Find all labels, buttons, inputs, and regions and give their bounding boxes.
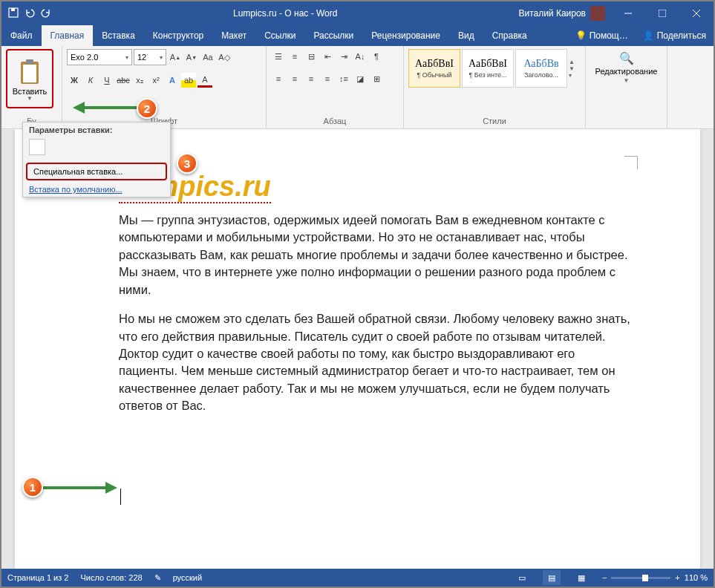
strike-icon[interactable]: abc [116, 73, 131, 88]
share-button[interactable]: 👤Поделиться [636, 25, 714, 46]
style-no-spacing[interactable]: АаБбВвІ ¶ Без инте... [462, 49, 514, 88]
grow-font-icon[interactable]: A▲ [168, 50, 183, 65]
justify-icon[interactable]: ≡ [320, 71, 335, 86]
multilevel-icon[interactable]: ⊟ [304, 49, 319, 64]
maximize-button[interactable] [645, 1, 679, 25]
status-words[interactable]: Число слов: 228 [80, 573, 142, 582]
callout-1: 1 [22, 477, 43, 497]
zoom-out[interactable]: − [602, 573, 607, 582]
minimize-button[interactable] [611, 1, 645, 25]
tab-insert[interactable]: Вставка [93, 25, 144, 46]
avatar [590, 6, 605, 21]
paste-button[interactable]: Вставить ▼ [6, 49, 53, 108]
group-styles: АаБбВвІ ¶ Обычный АаБбВвІ ¶ Без инте... … [404, 46, 586, 128]
text-effects-icon[interactable]: A [165, 73, 180, 88]
style-normal[interactable]: АаБбВвІ ¶ Обычный [408, 49, 460, 88]
tab-mailings[interactable]: Рассылки [304, 25, 362, 46]
zoom-in[interactable]: + [675, 573, 679, 582]
group-label-paragraph: Абзац [271, 115, 399, 127]
save-icon[interactable] [7, 7, 19, 21]
tab-view[interactable]: Вид [449, 25, 483, 46]
font-color-icon[interactable]: A [197, 73, 212, 88]
change-case-icon[interactable]: Aa [200, 50, 215, 65]
status-language[interactable]: русский [173, 573, 202, 582]
paste-keep-source-icon[interactable] [29, 139, 45, 155]
borders-icon[interactable]: ⊞ [369, 71, 384, 86]
tab-file[interactable]: Файл [1, 25, 42, 46]
group-clipboard: Вставить ▼ Бу [1, 46, 62, 128]
arrow-2 [73, 99, 138, 117]
user-area[interactable]: Виталий Каиров [512, 6, 611, 21]
group-label-styles: Стили [408, 115, 581, 127]
svg-rect-7 [23, 65, 36, 82]
text-cursor [120, 489, 121, 505]
align-center-icon[interactable]: ≡ [287, 71, 302, 86]
user-name: Виталий Каиров [518, 8, 586, 19]
undo-icon[interactable] [24, 7, 36, 21]
tab-help[interactable]: Справка [483, 25, 536, 46]
editing-label[interactable]: Редактирование [595, 67, 658, 76]
sort-icon[interactable]: A↓ [353, 49, 368, 64]
view-web-icon[interactable]: ▦ [572, 570, 590, 585]
paste-options-menu: Параметры вставки: Специальная вставка..… [22, 122, 171, 197]
clear-format-icon[interactable]: A◇ [217, 50, 232, 65]
italic-icon[interactable]: К [83, 73, 98, 88]
dec-indent-icon[interactable]: ⇤ [320, 49, 335, 64]
tab-references[interactable]: Ссылки [255, 25, 304, 46]
doc-heading: Lumpics.ru [119, 171, 633, 203]
svg-rect-3 [659, 10, 666, 17]
clipboard-icon [19, 59, 41, 85]
font-name-combo[interactable]: Exo 2.0▾ [67, 49, 132, 65]
find-icon[interactable]: 🔍 [619, 50, 634, 65]
callout-2: 2 [137, 98, 157, 119]
align-right-icon[interactable]: ≡ [304, 71, 319, 86]
arrow-1 [43, 480, 117, 497]
ribbon-tabs: Файл Главная Вставка Конструктор Макет С… [1, 25, 714, 46]
svg-rect-1 [11, 8, 15, 11]
font-size-combo[interactable]: 12▾ [134, 49, 166, 65]
paste-special-item[interactable]: Специальная вставка... [26, 163, 167, 180]
close-button[interactable] [679, 1, 714, 25]
view-read-icon[interactable]: ▭ [513, 570, 531, 585]
tab-review[interactable]: Рецензирование [362, 25, 449, 46]
align-left-icon[interactable]: ≡ [271, 71, 286, 86]
status-proofing-icon[interactable]: ✎ [154, 573, 161, 583]
zoom-value[interactable]: 110 % [685, 573, 708, 582]
view-print-icon[interactable]: ▤ [543, 570, 561, 585]
numbering-icon[interactable]: ≡ [287, 49, 302, 64]
underline-icon[interactable]: Ч [99, 73, 114, 88]
redo-icon[interactable] [40, 7, 52, 21]
svg-rect-8 [26, 59, 33, 64]
zoom-controls: − + 110 % [602, 573, 708, 582]
svg-marker-12 [73, 102, 85, 114]
paste-default-item[interactable]: Вставка по умолчанию... [23, 182, 170, 197]
tab-design[interactable]: Конструктор [144, 25, 212, 46]
highlight-icon[interactable]: ab [181, 73, 196, 88]
callout-3: 3 [177, 153, 197, 174]
line-spacing-icon[interactable]: ↕≡ [336, 71, 351, 86]
status-page[interactable]: Страница 1 из 2 [7, 573, 68, 582]
titlebar: Lumpics.ru - О нас - Word Виталий Каиров [1, 1, 714, 25]
subscript-icon[interactable]: x₂ [132, 73, 147, 88]
svg-marker-10 [105, 482, 117, 494]
tell-me[interactable]: 💡Помощ… [568, 25, 636, 46]
statusbar: Страница 1 из 2 Число слов: 228 ✎ русски… [1, 569, 714, 587]
group-paragraph: ☰ ≡ ⊟ ⇤ ⇥ A↓ ¶ ≡ ≡ ≡ ≡ ↕≡ ◪ ⊞ Абзац [267, 46, 404, 128]
styles-expand[interactable]: ▲▼▾ [569, 49, 579, 88]
shrink-font-icon[interactable]: A▼ [184, 50, 199, 65]
show-marks-icon[interactable]: ¶ [369, 49, 384, 64]
zoom-slider[interactable] [611, 577, 670, 579]
chevron-down-icon: ▼ [27, 95, 33, 102]
doc-paragraph-1: Мы — группа энтузиастов, одержимых идеей… [119, 212, 633, 298]
style-heading1[interactable]: АаБбВв Заголово... [515, 49, 567, 88]
paste-menu-header: Параметры вставки: [23, 122, 170, 137]
share-icon: 👤 [643, 30, 654, 41]
inc-indent-icon[interactable]: ⇥ [336, 49, 351, 64]
tab-home[interactable]: Главная [42, 25, 94, 46]
shading-icon[interactable]: ◪ [353, 71, 368, 86]
bold-icon[interactable]: Ж [67, 73, 82, 88]
bulb-icon: 💡 [575, 30, 587, 41]
superscript-icon[interactable]: x² [148, 73, 163, 88]
bullets-icon[interactable]: ☰ [271, 49, 286, 64]
tab-layout[interactable]: Макет [212, 25, 255, 46]
